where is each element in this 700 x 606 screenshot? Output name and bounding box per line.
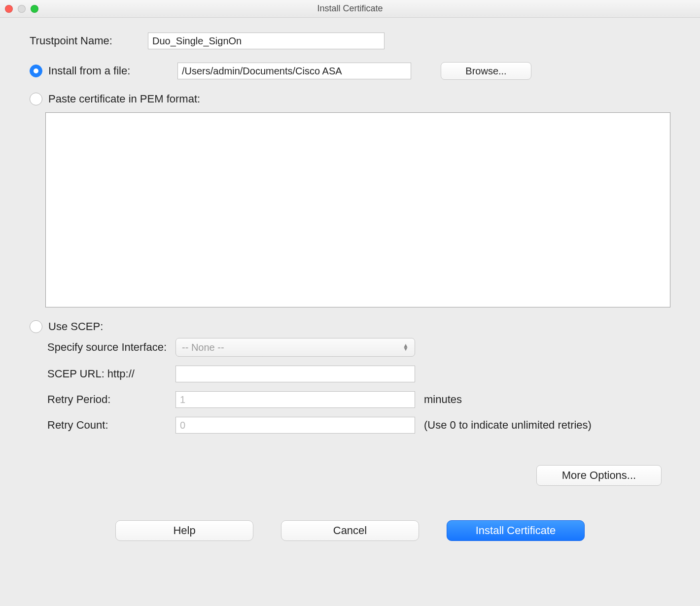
source-interface-label: Specify source Interface:	[47, 341, 175, 354]
trustpoint-name-label: Trustpoint Name:	[30, 34, 148, 47]
source-interface-select[interactable]: -- None -- ▲▼	[175, 338, 415, 357]
retry-period-label: Retry Period:	[47, 393, 175, 406]
install-from-file-option[interactable]: Install from a file:	[30, 65, 177, 77]
titlebar: Install Certificate	[0, 0, 700, 18]
browse-button[interactable]: Browse...	[441, 62, 531, 80]
retry-count-suffix: (Use 0 to indicate unlimited retries)	[424, 419, 592, 432]
pem-textarea[interactable]	[45, 112, 670, 307]
scep-url-input[interactable]	[175, 366, 415, 382]
retry-count-input[interactable]	[175, 417, 415, 434]
use-scep-option[interactable]: Use SCEP:	[30, 320, 103, 333]
help-button[interactable]: Help	[115, 520, 253, 541]
paste-pem-label: Paste certificate in PEM format:	[48, 93, 200, 105]
window-title: Install Certificate	[0, 3, 700, 14]
more-options-button[interactable]: More Options...	[536, 465, 662, 486]
chevron-up-down-icon: ▲▼	[403, 344, 409, 351]
radio-unselected-icon	[30, 320, 42, 333]
source-interface-value: -- None --	[182, 342, 224, 353]
use-scep-label: Use SCEP:	[48, 320, 103, 333]
scep-url-label: SCEP URL: http://	[47, 368, 175, 380]
retry-count-label: Retry Count:	[47, 419, 175, 432]
cancel-button[interactable]: Cancel	[281, 520, 419, 541]
install-from-file-path-input[interactable]	[177, 63, 411, 79]
paste-pem-option[interactable]: Paste certificate in PEM format:	[30, 93, 200, 105]
radio-selected-icon	[30, 65, 42, 77]
trustpoint-name-input[interactable]	[148, 33, 385, 49]
retry-period-input[interactable]	[175, 391, 415, 408]
radio-unselected-icon	[30, 93, 42, 105]
retry-period-suffix: minutes	[424, 393, 462, 406]
footer-buttons: Help Cancel Install Certificate	[30, 520, 670, 541]
install-from-file-label: Install from a file:	[48, 65, 130, 77]
install-certificate-button[interactable]: Install Certificate	[447, 520, 585, 541]
